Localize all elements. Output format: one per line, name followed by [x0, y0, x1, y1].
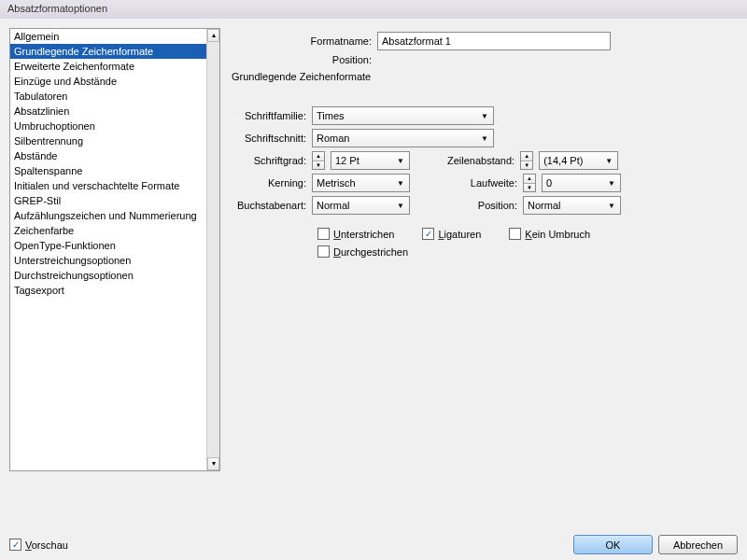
position-label: Position: [447, 200, 517, 211]
schriftgrad-dropdown[interactable]: 12 Pt▼ [331, 151, 410, 170]
sidebar-item[interactable]: Einzüge und Abstände [10, 74, 206, 89]
schriftfamilie-label: Schriftfamilie: [232, 110, 306, 121]
buchstabenart-label: Buchstabenart: [232, 200, 306, 211]
schriftschnitt-value: Roman [317, 133, 349, 144]
schriftschnitt-label: Schriftschnitt: [232, 133, 306, 144]
sidebar-item[interactable]: Abstände [10, 148, 206, 163]
spin-down-icon[interactable]: ▼ [313, 161, 324, 170]
sidebar: AllgemeinGrundlegende ZeichenformateErwe… [10, 29, 206, 470]
unterstrichen-checkbox[interactable]: Unterstrichen [317, 228, 394, 240]
checkbox-icon: ✓ [422, 228, 434, 240]
sidebar-item[interactable]: Initialen und verschachtelte Formate [10, 178, 206, 193]
spin-down-icon[interactable]: ▼ [524, 184, 535, 192]
checkbox-icon [317, 228, 330, 240]
sidebar-item[interactable]: Zeichenfarbe [10, 223, 206, 238]
formatname-label: Formatname: [232, 35, 372, 47]
scroll-up-icon[interactable]: ▴ [207, 29, 219, 42]
kerning-value: Metrisch [317, 177, 356, 189]
spin-up-icon[interactable]: ▲ [524, 175, 535, 184]
schriftgrad-spinner[interactable]: ▲▼ [312, 151, 325, 170]
section-title: Grundlegende Zeichenformate [232, 71, 730, 82]
vorschau-label: Vorschau [25, 539, 68, 551]
spin-up-icon[interactable]: ▲ [313, 152, 324, 161]
zeilenabstand-value: (14,4 Pt) [543, 155, 583, 166]
sidebar-item[interactable]: Silbentrennung [10, 133, 206, 148]
schriftfamilie-dropdown[interactable]: Times▼ [312, 106, 494, 125]
sidebar-item[interactable]: Absatzlinien [10, 104, 206, 119]
position-header-label: Position: [232, 54, 372, 65]
sidebar-item[interactable]: Umbruchoptionen [10, 119, 206, 133]
kerning-label: Kerning: [232, 177, 306, 189]
formatname-input[interactable] [377, 32, 611, 50]
sidebar-item[interactable]: Durchstreichungsoptionen [10, 268, 206, 283]
durchgestrichen-checkbox[interactable]: Durchgestrichen [317, 245, 408, 258]
zeilenabstand-dropdown[interactable]: (14,4 Pt)▼ [539, 151, 618, 170]
sidebar-item[interactable]: Allgemein [10, 29, 206, 44]
kerning-dropdown[interactable]: Metrisch▼ [312, 174, 410, 192]
footer: ✓Vorschau OK Abbrechen [9, 535, 738, 554]
dialog-body: AllgemeinGrundlegende ZeichenformateErwe… [0, 19, 747, 536]
schriftfamilie-value: Times [317, 110, 345, 121]
spin-up-icon[interactable]: ▲ [521, 152, 532, 161]
zeilenabstand-label: Zeilenabstand: [447, 155, 514, 166]
position-value: Normal [528, 200, 560, 211]
sidebar-item[interactable]: Tabulatoren [10, 89, 206, 104]
kein-umbruch-checkbox[interactable]: Kein Umbruch [509, 228, 590, 240]
laufweite-value: 0 [546, 177, 552, 189]
vorschau-checkbox[interactable]: ✓Vorschau [9, 539, 68, 551]
sidebar-item[interactable]: Grundlegende Zeichenformate [10, 44, 206, 59]
chevron-down-icon: ▼ [394, 157, 407, 165]
laufweite-spinner[interactable]: ▲▼ [523, 174, 536, 192]
checkbox-icon [509, 228, 521, 240]
laufweite-label: Laufweite: [447, 177, 517, 189]
chevron-down-icon: ▼ [394, 202, 407, 210]
schriftgrad-value: 12 Pt [335, 155, 359, 166]
laufweite-dropdown[interactable]: 0▼ [542, 174, 621, 192]
sidebar-item[interactable]: Erweiterte Zeichenformate [10, 59, 206, 74]
chevron-down-icon: ▼ [605, 179, 618, 188]
spin-down-icon[interactable]: ▼ [521, 161, 532, 170]
main-panel: Formatname: Position: Grundlegende Zeich… [232, 28, 738, 526]
checkbox-icon [317, 245, 330, 258]
buchstabenart-value: Normal [317, 200, 349, 211]
position-dropdown[interactable]: Normal▼ [523, 196, 621, 215]
chevron-down-icon: ▼ [478, 112, 491, 120]
sidebar-item[interactable]: Tagsexport [10, 283, 206, 298]
durchgestrichen-label: Durchgestrichen [333, 246, 408, 258]
ok-button[interactable]: OK [573, 535, 653, 554]
sidebar-item[interactable]: GREP-Stil [10, 193, 206, 208]
sidebar-item[interactable]: Unterstreichungsoptionen [10, 253, 206, 268]
sidebar-item[interactable]: OpenType-Funktionen [10, 238, 206, 253]
scrollbar[interactable]: ▴ ▾ [206, 29, 219, 470]
ligaturen-label: Ligaturen [438, 229, 481, 240]
scroll-down-icon[interactable]: ▾ [207, 457, 219, 470]
ligaturen-checkbox[interactable]: ✓Ligaturen [422, 228, 481, 240]
unterstrichen-label: Unterstrichen [333, 229, 394, 240]
sidebar-container: AllgemeinGrundlegende ZeichenformateErwe… [9, 28, 220, 471]
chevron-down-icon: ▼ [394, 179, 407, 188]
sidebar-item[interactable]: Aufzählungszeichen und Nummerierung [10, 208, 206, 223]
checkbox-icon: ✓ [9, 539, 21, 551]
chevron-down-icon: ▼ [602, 157, 615, 165]
cancel-button[interactable]: Abbrechen [658, 535, 738, 554]
title-bar: Absatzformatoptionen [0, 0, 747, 19]
chevron-down-icon: ▼ [605, 202, 618, 210]
kein-umbruch-label: Kein Umbruch [525, 229, 590, 240]
buchstabenart-dropdown[interactable]: Normal▼ [312, 196, 410, 215]
schriftgrad-label: Schriftgrad: [232, 155, 306, 166]
zeilenabstand-spinner[interactable]: ▲▼ [520, 151, 533, 170]
schriftschnitt-dropdown[interactable]: Roman▼ [312, 129, 494, 147]
sidebar-item[interactable]: Spaltenspanne [10, 163, 206, 178]
chevron-down-icon: ▼ [478, 134, 491, 143]
